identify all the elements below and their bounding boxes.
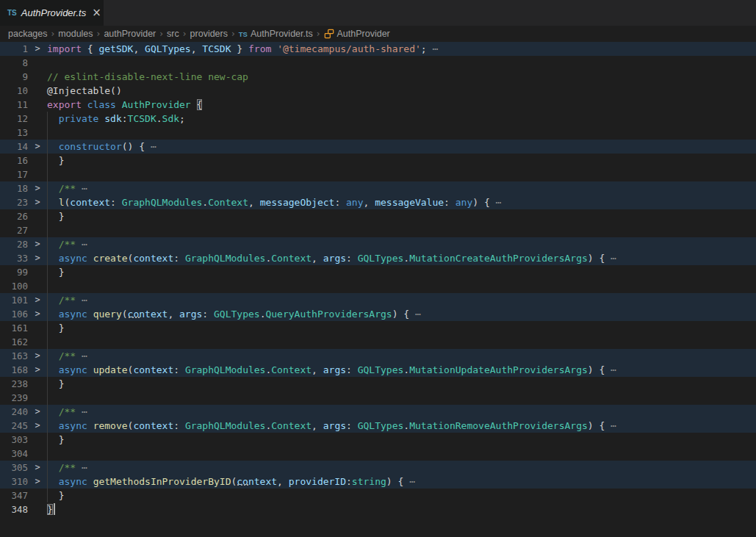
code-line[interactable]: 28> /** ⋯ [0, 237, 756, 251]
folded-code-ellipsis[interactable]: ⋯ [76, 462, 87, 473]
code-line[interactable]: 310> async getMethodsInProviderByID(cont… [0, 475, 756, 489]
line-number[interactable]: 8 [0, 56, 28, 70]
line-number[interactable]: 161 [0, 321, 28, 335]
line-number[interactable]: 27 [0, 223, 28, 237]
code-line[interactable]: 9// eslint-disable-next-line new-cap [0, 70, 756, 84]
folded-code-ellipsis[interactable]: ⋯ [605, 420, 616, 431]
code-line[interactable]: 168> async update(context: GraphQLModule… [0, 363, 756, 377]
code-line[interactable]: 240> /** ⋯ [0, 405, 756, 419]
line-number[interactable]: 162 [0, 335, 28, 349]
line-number[interactable]: 310 [0, 475, 28, 489]
code-editor[interactable]: 1>import { getSDK, GQLTypes, TCSDK } fro… [0, 42, 756, 516]
line-number[interactable]: 168 [0, 363, 28, 377]
code-line[interactable]: 1>import { getSDK, GQLTypes, TCSDK } fro… [0, 42, 756, 56]
fold-chevron-icon[interactable]: > [28, 181, 47, 195]
line-number[interactable]: 163 [0, 349, 28, 363]
breadcrumb-item-authprovider[interactable]: AuthProvider [324, 29, 390, 39]
folded-code-ellipsis[interactable]: ⋯ [427, 43, 439, 54]
code-line[interactable]: 100 [0, 279, 756, 293]
fold-chevron-icon[interactable]: > [28, 405, 47, 419]
line-number[interactable]: 240 [0, 405, 28, 419]
code-line[interactable]: 238 } [0, 377, 756, 391]
line-number[interactable]: 348 [0, 502, 28, 516]
fold-chevron-icon[interactable]: > [28, 293, 47, 307]
folded-code-ellipsis[interactable]: ⋯ [76, 350, 87, 361]
line-number[interactable]: 26 [0, 209, 28, 223]
line-number[interactable]: 303 [0, 433, 28, 447]
folded-code-ellipsis[interactable]: ⋯ [76, 183, 87, 194]
line-number[interactable]: 1 [0, 42, 28, 56]
tab-authprovider[interactable]: TS AuthProvider.ts × [0, 0, 104, 26]
line-number[interactable]: 305 [0, 461, 28, 475]
code-line[interactable]: 33> async create(context: GraphQLModules… [0, 251, 756, 265]
code-line[interactable]: 303 } [0, 433, 756, 447]
breadcrumb-item-src[interactable]: src [167, 29, 179, 39]
line-number[interactable]: 28 [0, 237, 28, 251]
fold-chevron-icon[interactable]: > [28, 251, 47, 265]
line-number[interactable]: 33 [0, 251, 28, 265]
folded-code-ellipsis[interactable]: ⋯ [605, 364, 616, 375]
fold-chevron-icon[interactable]: > [28, 349, 47, 363]
code-line[interactable]: 305> /** ⋯ [0, 461, 756, 475]
code-line[interactable]: 14> constructor() { ⋯ [0, 140, 756, 154]
line-number[interactable]: 100 [0, 279, 28, 293]
code-line[interactable]: 99 } [0, 265, 756, 279]
code-line[interactable]: 106> async query(context, args: GQLTypes… [0, 307, 756, 321]
fold-chevron-icon[interactable]: > [28, 461, 47, 475]
line-number[interactable]: 245 [0, 419, 28, 433]
breadcrumb-item-packages[interactable]: packages [8, 29, 48, 39]
code-line[interactable]: 304 [0, 447, 756, 461]
code-line[interactable]: 163> /** ⋯ [0, 349, 756, 363]
breadcrumb-item-authprovider-ts[interactable]: TSAuthProvider.ts [239, 29, 313, 39]
code-line[interactable]: 10@Injectable() [0, 84, 756, 98]
line-number[interactable]: 239 [0, 391, 28, 405]
close-icon[interactable]: × [92, 7, 101, 18]
line-number[interactable]: 16 [0, 154, 28, 167]
code-line[interactable]: 245> async remove(context: GraphQLModule… [0, 419, 756, 433]
line-number[interactable]: 23 [0, 195, 28, 209]
fold-chevron-icon[interactable]: > [28, 237, 47, 251]
line-number[interactable]: 18 [0, 181, 28, 195]
code-line[interactable]: 13 [0, 126, 756, 140]
folded-code-ellipsis[interactable]: ⋯ [605, 253, 616, 264]
line-number[interactable]: 11 [0, 98, 28, 112]
code-line[interactable]: 27 [0, 223, 756, 237]
code-line[interactable]: 23> l(context: GraphQLModules.Context, m… [0, 195, 756, 209]
line-number[interactable]: 14 [0, 140, 28, 154]
line-number[interactable]: 99 [0, 265, 28, 279]
line-number[interactable]: 10 [0, 84, 28, 98]
folded-code-ellipsis[interactable]: ⋯ [490, 197, 502, 208]
code-line[interactable]: 101> /** ⋯ [0, 293, 756, 307]
fold-chevron-icon[interactable]: > [28, 475, 47, 489]
fold-chevron-icon[interactable]: > [28, 419, 47, 433]
folded-code-ellipsis[interactable]: ⋯ [76, 406, 87, 417]
code-line[interactable]: 161 } [0, 321, 756, 335]
folded-code-ellipsis[interactable]: ⋯ [76, 295, 87, 306]
line-number[interactable]: 17 [0, 167, 28, 181]
fold-chevron-icon[interactable]: > [28, 42, 47, 56]
code-line[interactable]: 12 private sdk:TCSDK.Sdk; [0, 112, 756, 126]
code-line[interactable]: 162 [0, 335, 756, 349]
fold-chevron-icon[interactable]: > [28, 363, 47, 377]
fold-chevron-icon[interactable]: > [28, 307, 47, 321]
code-line[interactable]: 348} [0, 502, 756, 516]
code-line[interactable]: 8 [0, 56, 756, 70]
line-number[interactable]: 106 [0, 307, 28, 321]
code-line[interactable]: 11export class AuthProvider { [0, 98, 756, 112]
line-number[interactable]: 13 [0, 126, 28, 140]
line-number[interactable]: 347 [0, 489, 28, 502]
line-number[interactable]: 12 [0, 112, 28, 126]
fold-chevron-icon[interactable]: > [28, 140, 47, 154]
breadcrumb-item-modules[interactable]: modules [58, 29, 93, 39]
fold-chevron-icon[interactable]: > [28, 195, 47, 209]
code-line[interactable]: 26 } [0, 209, 756, 223]
folded-code-ellipsis[interactable]: ⋯ [145, 141, 156, 152]
code-line[interactable]: 17 [0, 167, 756, 181]
line-number[interactable]: 238 [0, 377, 28, 391]
folded-code-ellipsis[interactable]: ⋯ [76, 239, 87, 250]
code-line[interactable]: 18> /** ⋯ [0, 181, 756, 195]
line-number[interactable]: 9 [0, 70, 28, 84]
code-line[interactable]: 16 } [0, 154, 756, 167]
folded-code-ellipsis[interactable]: ⋯ [403, 476, 415, 487]
code-line[interactable]: 239 [0, 391, 756, 405]
